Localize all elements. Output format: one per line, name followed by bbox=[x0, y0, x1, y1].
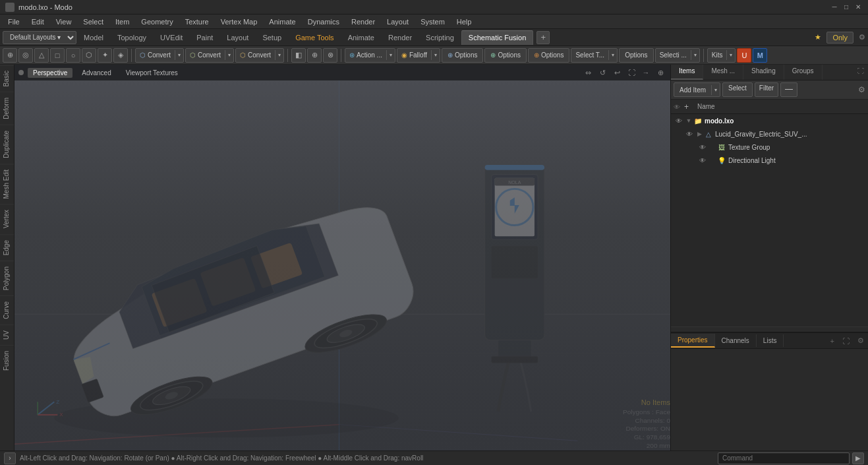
vp-icon-undo[interactable]: ↩ bbox=[611, 67, 623, 78]
command-run-button[interactable]: ▶ bbox=[852, 452, 864, 464]
tool-icon-3[interactable]: △ bbox=[34, 48, 49, 63]
tool-icon-11[interactable]: ⊗ bbox=[323, 48, 337, 63]
tab-layout[interactable]: Layout bbox=[220, 30, 255, 45]
close-button[interactable]: ✕ bbox=[854, 3, 863, 12]
props-tab-lists[interactable]: Lists bbox=[757, 334, 784, 347]
vp-icon-fit[interactable]: ⛶ bbox=[625, 67, 637, 78]
vp-tab-textures[interactable]: Viewport Textures bbox=[121, 68, 183, 78]
sidebar-tab-uv[interactable]: UV bbox=[0, 325, 14, 345]
expand-icon-lucid[interactable]: ▶ bbox=[695, 131, 704, 137]
select-t-main[interactable]: Select T... bbox=[571, 50, 609, 60]
add-item-label[interactable]: Add Item bbox=[674, 85, 712, 95]
kits-arrow[interactable]: ▾ bbox=[727, 51, 735, 59]
action-main[interactable]: ⊛ Action ... bbox=[345, 50, 387, 60]
tree-item-lucid[interactable]: 👁 ▶ △ Lucid_Gravity_Electric_SUV_... bbox=[671, 127, 868, 140]
menu-edit[interactable]: Edit bbox=[26, 16, 49, 27]
tool-icon-6[interactable]: ⬡ bbox=[82, 48, 96, 63]
maximize-button[interactable]: □ bbox=[842, 3, 851, 12]
convert-button-3[interactable]: ⬡ Convert ▾ bbox=[235, 48, 284, 63]
props-plus-icon[interactable]: + bbox=[826, 334, 838, 348]
tab-scripting[interactable]: Scripting bbox=[419, 30, 461, 45]
convert-arrow-1[interactable]: ▾ bbox=[175, 51, 183, 59]
panel-tab-mesh[interactable]: Mesh ... bbox=[703, 65, 743, 80]
tab-game-tools[interactable]: Game Tools bbox=[289, 30, 341, 45]
items-list[interactable]: 👁 ▼ 📁 modo.lxo 👁 ▶ △ Lucid_Gravity_Elect… bbox=[671, 114, 868, 326]
main-viewport[interactable]: Perspective Advanced Viewport Textures ⇔… bbox=[14, 65, 670, 450]
vp-icon-arrow[interactable]: → bbox=[640, 67, 652, 78]
convert-button-2[interactable]: ⬡ Convert ▾ bbox=[185, 48, 234, 63]
convert-arrow-3[interactable]: ▾ bbox=[275, 51, 283, 59]
menu-view[interactable]: View bbox=[51, 16, 77, 27]
layout-gear-icon[interactable]: ⚙ bbox=[859, 33, 865, 42]
vp-icon-rotate[interactable]: ↺ bbox=[596, 67, 608, 78]
panel-tab-shading[interactable]: Shading bbox=[743, 65, 784, 80]
convert-main-2[interactable]: ⬡ Convert bbox=[186, 50, 225, 60]
tool-icon-2[interactable]: ◎ bbox=[18, 48, 33, 63]
add-item-arrow-icon[interactable]: ▾ bbox=[712, 86, 720, 94]
tab-setup[interactable]: Setup bbox=[256, 30, 288, 45]
options-button-4[interactable]: Options bbox=[619, 48, 653, 63]
menu-dynamics[interactable]: Dynamics bbox=[303, 16, 345, 27]
tool-icon-9[interactable]: ◧ bbox=[291, 48, 306, 63]
tool-icon-1[interactable]: ⊕ bbox=[3, 48, 17, 63]
menu-help[interactable]: Help bbox=[451, 16, 477, 27]
convert-main-1[interactable]: ⬡ Convert bbox=[136, 50, 175, 60]
select-t-button[interactable]: Select T... ▾ bbox=[571, 48, 618, 63]
tree-item-texture[interactable]: 👁 🖼 Texture Group bbox=[671, 140, 868, 154]
props-tab-channels[interactable]: Channels bbox=[715, 334, 757, 347]
sidebar-tab-mesh-edit[interactable]: Mesh Edit bbox=[0, 164, 14, 204]
tab-schematic[interactable]: Schematic Fusion bbox=[461, 30, 533, 45]
sidebar-tab-curve[interactable]: Curve bbox=[0, 295, 14, 325]
convert-arrow-2[interactable]: ▾ bbox=[225, 51, 233, 59]
sidebar-tab-edge[interactable]: Edge bbox=[0, 234, 14, 261]
expand-icon-root[interactable]: ▼ bbox=[684, 117, 693, 124]
menu-render[interactable]: Render bbox=[346, 16, 380, 27]
menu-file[interactable]: File bbox=[3, 16, 25, 27]
menu-vertex-map[interactable]: Vertex Map bbox=[216, 16, 263, 27]
items-minus-button[interactable]: — bbox=[780, 82, 797, 97]
props-gear-icon[interactable]: ⚙ bbox=[854, 334, 868, 348]
convert-main-3[interactable]: ⬡ Convert bbox=[236, 50, 275, 60]
selecti-button[interactable]: Selecti ... ▾ bbox=[655, 48, 700, 63]
tool-icon-4[interactable]: □ bbox=[50, 48, 65, 63]
tab-uvedit[interactable]: UVEdit bbox=[154, 30, 189, 45]
layout-select[interactable]: Default Layouts ▾ bbox=[3, 31, 76, 44]
tab-paint[interactable]: Paint bbox=[190, 30, 219, 45]
falloff-button[interactable]: ◉ Falloff ▾ bbox=[397, 48, 440, 63]
minimize-button[interactable]: ─ bbox=[830, 3, 839, 12]
vp-icon-expand[interactable]: ⇔ bbox=[582, 67, 594, 78]
eye-icon-light[interactable]: 👁 bbox=[697, 157, 708, 164]
action-button[interactable]: ⊛ Action ... ▾ bbox=[345, 48, 395, 63]
tool-icon-10[interactable]: ⊕ bbox=[307, 48, 322, 63]
command-input[interactable] bbox=[718, 452, 850, 464]
convert-button-1[interactable]: ⬡ Convert ▾ bbox=[135, 48, 184, 63]
tab-model[interactable]: Model bbox=[77, 30, 110, 45]
menu-animate[interactable]: Animate bbox=[264, 16, 301, 27]
menu-texture[interactable]: Texture bbox=[180, 16, 214, 27]
selecti-main[interactable]: Selecti ... bbox=[656, 50, 691, 60]
menu-system[interactable]: System bbox=[415, 16, 450, 27]
sidebar-tab-polygon[interactable]: Polygon bbox=[0, 261, 14, 295]
falloff-main[interactable]: ◉ Falloff bbox=[397, 50, 432, 60]
tool-icon-modo[interactable]: M bbox=[753, 48, 767, 63]
panel-expand-icon[interactable]: ⛶ bbox=[854, 65, 868, 80]
sidebar-tab-duplicate[interactable]: Duplicate bbox=[0, 125, 14, 164]
action-arrow[interactable]: ▾ bbox=[387, 51, 395, 59]
vp-tab-advanced[interactable]: Advanced bbox=[76, 68, 116, 78]
tool-icon-5[interactable]: ○ bbox=[66, 48, 80, 63]
tab-render[interactable]: Render bbox=[382, 30, 419, 45]
viewport-canvas[interactable]: NOLA Z X bbox=[14, 80, 670, 450]
sidebar-tab-fusion[interactable]: Fusion bbox=[0, 345, 14, 376]
tab-animate[interactable]: Animate bbox=[341, 30, 381, 45]
sidebar-tab-basic[interactable]: Basic bbox=[0, 65, 14, 92]
kits-main[interactable]: Kits bbox=[708, 50, 728, 60]
eye-icon-root[interactable]: 👁 bbox=[674, 117, 684, 125]
items-select-button[interactable]: Select bbox=[722, 82, 753, 97]
tool-icon-ue[interactable]: U bbox=[737, 48, 751, 63]
tool-icon-8[interactable]: ◈ bbox=[113, 48, 128, 63]
falloff-arrow[interactable]: ▾ bbox=[432, 51, 440, 59]
sidebar-tab-deform[interactable]: Deform bbox=[0, 92, 14, 125]
panel-tab-groups[interactable]: Groups bbox=[784, 65, 823, 80]
menu-layout[interactable]: Layout bbox=[382, 16, 414, 27]
menu-item[interactable]: Item bbox=[110, 16, 134, 27]
